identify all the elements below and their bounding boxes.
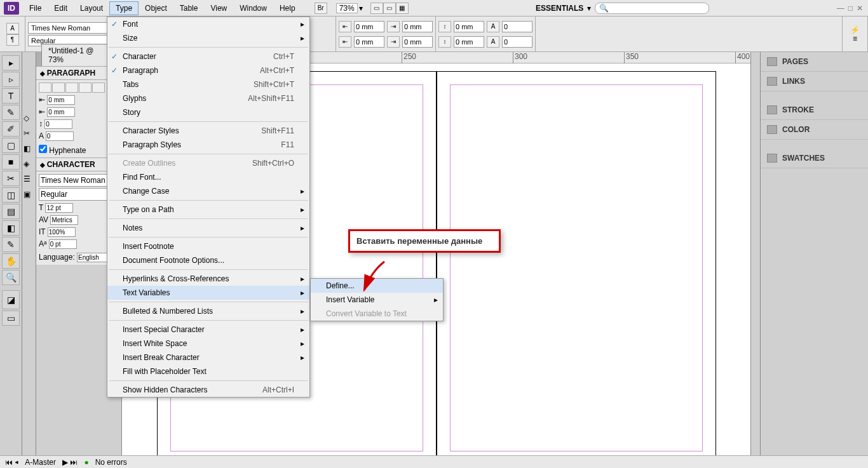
direct-select-tool[interactable]: ▹ <box>2 72 20 87</box>
menu-item-glyphs[interactable]: GlyphsAlt+Shift+F11 <box>107 91 309 105</box>
panel-icon[interactable]: ✂ <box>24 129 35 143</box>
eyedropper-tool[interactable]: ✎ <box>2 237 20 252</box>
zoom-tool[interactable]: 🔍 <box>2 270 20 285</box>
preflight-status[interactable]: No errors <box>95 458 127 467</box>
left-indent-field[interactable] <box>47 95 75 105</box>
kerning-field[interactable] <box>50 215 78 225</box>
first-indent-field[interactable] <box>47 107 75 117</box>
free-transform-tool[interactable]: ◫ <box>2 187 20 203</box>
scale-field[interactable] <box>48 227 76 237</box>
panel-links[interactable]: LINKS <box>761 72 868 91</box>
menu-item-paragraph-styles[interactable]: Paragraph StylesF11 <box>107 138 309 152</box>
menu-item-paragraph[interactable]: ParagraphAlt+Ctrl+T <box>107 64 309 77</box>
menu-item-insert-white-space[interactable]: Insert White Space <box>107 337 309 351</box>
menu-help[interactable]: Help <box>273 1 302 15</box>
panel-icon[interactable]: ◇ <box>24 114 35 128</box>
panel-icon[interactable]: ☰ <box>24 175 35 189</box>
rect-tool[interactable]: ■ <box>2 154 20 170</box>
menu-edit[interactable]: Edit <box>48 1 74 15</box>
maximize-button[interactable]: □ <box>848 4 853 13</box>
selection-tool[interactable]: ▸ <box>2 55 20 70</box>
pen-tool[interactable]: ✎ <box>2 105 20 120</box>
panel-icon[interactable]: ◧ <box>24 144 35 158</box>
hyphenate-checkbox[interactable] <box>39 145 47 153</box>
pencil-tool[interactable]: ✐ <box>2 121 20 137</box>
menu-type[interactable]: Type <box>109 1 139 15</box>
space-before-field[interactable] <box>44 119 72 129</box>
menu-item-notes[interactable]: Notes <box>107 221 309 235</box>
menu-item-insert-footnote[interactable]: Insert Footnote <box>107 239 309 253</box>
menu-item-size[interactable]: Size <box>107 31 309 45</box>
menu-item-font[interactable]: Font <box>107 17 309 31</box>
menu-file[interactable]: File <box>23 1 48 15</box>
menu-window[interactable]: Window <box>233 1 273 15</box>
indent-field[interactable] <box>354 36 384 48</box>
spread-indicator[interactable]: A-Master <box>25 458 56 467</box>
justify-button[interactable] <box>79 83 92 93</box>
bridge-icon[interactable]: Br <box>315 3 327 14</box>
indent-field[interactable] <box>402 21 433 32</box>
panel-icon[interactable]: ◈ <box>24 159 35 173</box>
space-field[interactable] <box>454 21 484 32</box>
menu-item-type-on-a-path[interactable]: Type on a Path <box>107 203 309 217</box>
panel-pages[interactable]: PAGES <box>761 52 868 72</box>
fill-stroke-icon[interactable]: ◪ <box>2 290 20 309</box>
menu-item-hyperlinks-cross-references[interactable]: Hyperlinks & Cross-References <box>107 272 309 286</box>
menu-item-bulleted-numbered-lists[interactable]: Bulleted & Numbered Lists <box>107 304 309 318</box>
menu-item-text-variables[interactable]: Text Variables <box>107 286 309 300</box>
menu-item-show-hidden-characters[interactable]: Show Hidden CharactersAlt+Ctrl+I <box>107 383 309 397</box>
type-tool[interactable]: T <box>2 88 20 104</box>
font-size-field[interactable] <box>45 203 73 213</box>
menu-item-document-footnote-options-[interactable]: Document Footnote Options... <box>107 253 309 267</box>
space-field[interactable] <box>454 36 484 48</box>
prev-spread-button[interactable]: ⏮ ◀ <box>5 458 18 467</box>
panel-menu-icon[interactable]: ≡ <box>853 34 857 43</box>
quick-apply-icon[interactable]: ⚡ <box>850 25 860 34</box>
panel-icon[interactable]: ▣ <box>24 190 35 204</box>
view-mode-icon[interactable]: ▭ <box>370 3 383 14</box>
baseline-field[interactable] <box>49 239 77 249</box>
menu-object[interactable]: Object <box>139 1 173 15</box>
close-button[interactable]: ✕ <box>857 4 863 13</box>
scissors-tool[interactable]: ✂ <box>2 171 20 186</box>
dropcap-lines-field[interactable] <box>46 131 74 141</box>
align-center-button[interactable] <box>52 83 65 93</box>
align-right-button[interactable] <box>65 83 78 93</box>
menu-item-find-font-[interactable]: Find Font... <box>107 170 309 184</box>
gradient-tool[interactable]: ▤ <box>2 204 20 219</box>
panel-dock-stub[interactable] <box>750 52 760 455</box>
panel-swatches[interactable]: SWATCHES <box>761 149 868 168</box>
menu-item-fill-with-placeholder-text[interactable]: Fill with Placeholder Text <box>107 364 309 378</box>
menu-item-insert-break-character[interactable]: Insert Break Character <box>107 351 309 364</box>
menu-item-story[interactable]: Story <box>107 105 309 119</box>
panel-stroke[interactable]: STROKE <box>761 100 868 120</box>
menu-item-character-styles[interactable]: Character StylesShift+F11 <box>107 124 309 138</box>
indent-field[interactable] <box>402 36 433 48</box>
dropcap-field[interactable] <box>502 36 532 48</box>
next-spread-button[interactable]: ▶ ⏭ <box>62 458 78 467</box>
indent-field[interactable] <box>354 21 384 32</box>
hand-tool[interactable]: ✋ <box>2 253 20 269</box>
screen-mode-icon[interactable]: ▭ <box>383 3 396 14</box>
zoom-level[interactable]: 73% <box>336 3 358 13</box>
align-left-button[interactable] <box>39 83 51 93</box>
menu-item-insert-special-character[interactable]: Insert Special Character <box>107 323 309 337</box>
char-format-icon[interactable]: A <box>6 23 19 34</box>
menu-item-change-case[interactable]: Change Case <box>107 184 309 198</box>
para-format-icon[interactable]: ¶ <box>6 34 19 46</box>
arrange-icon[interactable]: ▦ <box>396 3 409 14</box>
menu-item-character[interactable]: CharacterCtrl+T <box>107 50 309 64</box>
menu-view[interactable]: View <box>204 1 233 15</box>
menu-item-tabs[interactable]: TabsShift+Ctrl+T <box>107 77 309 91</box>
view-mode-tool[interactable]: ▭ <box>2 311 20 326</box>
justify-all-button[interactable] <box>92 83 105 93</box>
minimize-button[interactable]: — <box>837 4 844 13</box>
workspace-switcher[interactable]: ESSENTIALS <box>536 4 583 13</box>
dropcap-field[interactable] <box>502 21 532 32</box>
frame-tool[interactable]: ▢ <box>2 138 20 153</box>
language-field[interactable] <box>77 253 109 262</box>
panel-color[interactable]: COLOR <box>761 120 868 140</box>
menu-table[interactable]: Table <box>173 1 205 15</box>
note-tool[interactable]: ◧ <box>2 220 20 236</box>
menu-layout[interactable]: Layout <box>74 1 109 15</box>
